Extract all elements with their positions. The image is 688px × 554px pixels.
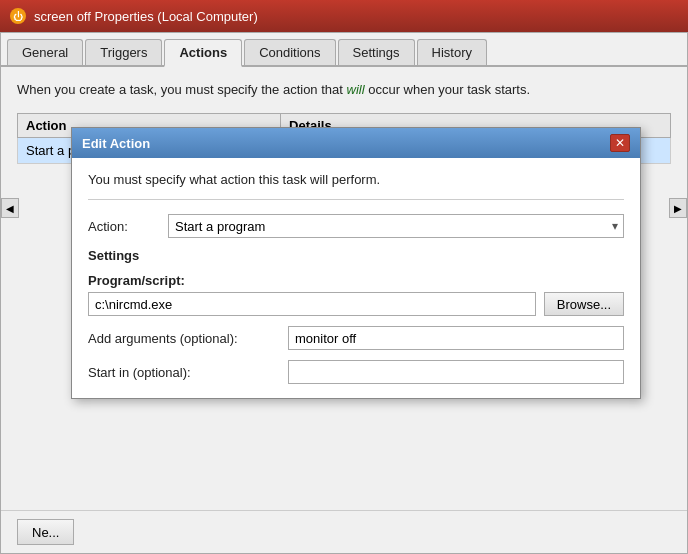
content-area: When you create a task, you must specify… — [1, 67, 687, 188]
start-in-label: Start in (optional): — [88, 365, 288, 380]
new-button[interactable]: Ne... — [17, 519, 74, 545]
add-arguments-input[interactable] — [288, 326, 624, 350]
tab-actions[interactable]: Actions — [164, 39, 242, 67]
desc-after: occur when your task starts. — [365, 82, 530, 97]
desc-highlight: will — [347, 82, 365, 97]
program-script-row: Browse... — [88, 292, 624, 316]
window-title: screen off Properties (Local Computer) — [34, 9, 678, 24]
tab-general[interactable]: General — [7, 39, 83, 65]
tab-settings[interactable]: Settings — [338, 39, 415, 65]
start-in-input[interactable] — [288, 360, 624, 384]
browse-button[interactable]: Browse... — [544, 292, 624, 316]
dialog-close-button[interactable]: ✕ — [610, 134, 630, 152]
tab-conditions[interactable]: Conditions — [244, 39, 335, 65]
add-arguments-label: Add arguments (optional): — [88, 331, 288, 346]
program-script-label: Program/script: — [88, 273, 624, 288]
settings-label: Settings — [88, 248, 624, 263]
add-arguments-row: Add arguments (optional): — [88, 326, 624, 350]
edit-action-dialog: Edit Action ✕ You must specify what acti… — [71, 127, 641, 399]
scroll-right-arrow[interactable]: ▶ — [669, 198, 687, 218]
tab-history[interactable]: History — [417, 39, 487, 65]
tab-bar: General Triggers Actions Conditions Sett… — [1, 33, 687, 67]
action-select-wrapper: Start a programSend an e-mailDisplay a m… — [168, 214, 624, 238]
program-script-input[interactable] — [88, 292, 536, 316]
desc-before: When you create a task, you must specify… — [17, 82, 347, 97]
bottom-bar: Ne... — [1, 510, 687, 553]
dialog-titlebar: Edit Action ✕ — [72, 128, 640, 158]
action-row: Action: Start a programSend an e-mailDis… — [88, 214, 624, 238]
dialog-title: Edit Action — [82, 136, 150, 151]
tab-triggers[interactable]: Triggers — [85, 39, 162, 65]
action-select[interactable]: Start a programSend an e-mailDisplay a m… — [168, 214, 624, 238]
main-window: General Triggers Actions Conditions Sett… — [0, 32, 688, 554]
title-bar: ⏻ screen off Properties (Local Computer) — [0, 0, 688, 32]
scroll-left-arrow[interactable]: ◀ — [1, 198, 19, 218]
start-in-row: Start in (optional): — [88, 360, 624, 384]
app-icon: ⏻ — [10, 8, 26, 24]
description-text: When you create a task, you must specify… — [17, 81, 671, 99]
dialog-description: You must specify what action this task w… — [88, 172, 624, 200]
dialog-body: You must specify what action this task w… — [72, 158, 640, 398]
action-label: Action: — [88, 219, 168, 234]
